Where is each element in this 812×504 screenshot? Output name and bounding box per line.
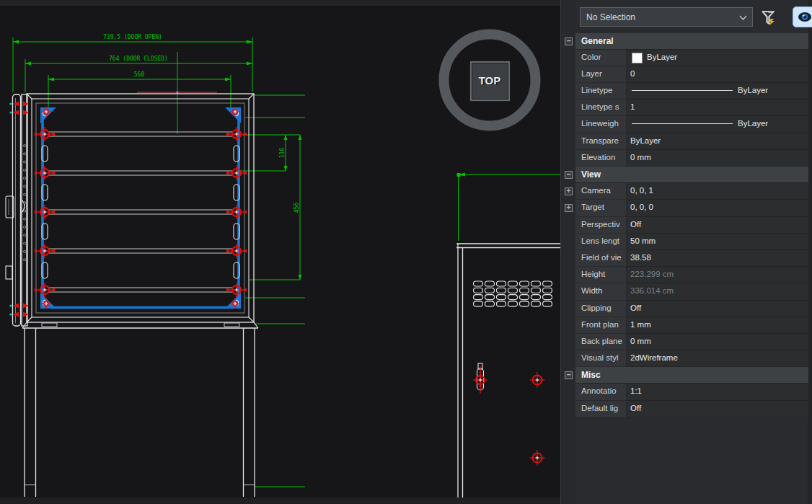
collapse-icon[interactable]: − <box>565 37 573 45</box>
door-side-profile <box>6 94 29 326</box>
dim-spacing-small: 116 <box>279 148 286 159</box>
property-label: Transpare <box>575 133 627 150</box>
property-value[interactable]: 1:1 <box>627 384 808 400</box>
property-label: Width <box>575 283 627 300</box>
property-value[interactable]: 2dWireframe <box>627 350 808 367</box>
lookfrom-widget[interactable]: TOP TOP <box>444 35 536 126</box>
dim-spacing-large: 456 <box>294 203 300 213</box>
fastener-targets <box>35 107 247 309</box>
expand-icon[interactable]: + <box>565 204 573 212</box>
section-title: Misc <box>581 370 601 380</box>
property-row-perspectiv[interactable]: PerspectivOff <box>575 217 808 234</box>
funnel-filter-icon <box>761 10 776 25</box>
property-row-front-plan[interactable]: Front plan1 mm <box>575 317 808 334</box>
red-centerline <box>137 91 217 93</box>
property-row-elevation[interactable]: Elevation0 mm <box>575 150 808 167</box>
property-row-width[interactable]: Width336.014 cm <box>575 283 808 300</box>
selection-dropdown-value: No Selection <box>586 12 635 22</box>
property-row-layer[interactable]: Layer0 <box>575 66 808 83</box>
canvas-top-strip <box>0 0 560 6</box>
section-title: General <box>581 36 614 46</box>
selection-dropdown[interactable]: No Selection <box>580 7 753 27</box>
canvas-bottom-strip <box>0 498 560 504</box>
dimension-lines: 739,5 (DOOR OPEN) 764 (DOOR CLOSED) 560 <box>13 34 305 487</box>
property-value[interactable]: ByLayer <box>627 50 808 66</box>
property-label: Camera <box>575 183 627 200</box>
property-row-linetype-s[interactable]: Linetype s1 <box>575 100 808 116</box>
chevron-down-icon <box>739 12 747 22</box>
property-value[interactable]: ByLayer <box>627 133 808 150</box>
magenta-node <box>176 91 178 93</box>
collapse-icon[interactable]: − <box>565 171 573 179</box>
property-label: Back plane <box>575 334 627 350</box>
properties-grid: −GeneralColorByLayerLayer0LinetypeByLaye… <box>575 33 808 417</box>
property-label: Front plan <box>575 317 627 334</box>
property-row-clipping[interactable]: ClippingOff <box>575 301 808 317</box>
top-view-label: TOP <box>479 74 501 87</box>
property-label: Field of vie <box>575 250 627 267</box>
property-value[interactable]: 0 mm <box>627 334 808 350</box>
property-label: Color <box>575 50 627 66</box>
dim-inner-width: 560 <box>134 71 145 78</box>
property-row-visual-styl[interactable]: Visual styl2dWireframe <box>575 350 808 367</box>
property-label: Layer <box>575 66 627 83</box>
section-title: View <box>581 169 601 180</box>
shelf-lines <box>48 132 232 292</box>
mounting-rails <box>40 107 241 309</box>
property-value[interactable]: ByLayer <box>627 83 808 100</box>
visibility-toggle-button[interactable] <box>793 6 812 27</box>
property-value[interactable]: Off <box>627 217 808 234</box>
section-header-view[interactable]: −View <box>575 167 808 183</box>
linetype-preview <box>632 123 733 125</box>
property-label: Default lig <box>575 401 627 417</box>
property-label: Annotatio <box>575 384 627 400</box>
property-row-height[interactable]: Height223.299 cm <box>575 267 808 283</box>
property-label: Linetype s <box>575 100 627 116</box>
property-row-annotatio[interactable]: Annotatio1:1 <box>575 384 808 400</box>
section-header-general[interactable]: −General <box>575 33 808 50</box>
property-row-field-of-vie[interactable]: Field of vie38.58 <box>575 250 808 267</box>
cabinet-top-view <box>456 173 560 498</box>
property-row-transpare[interactable]: TranspareByLayer <box>575 133 808 150</box>
collapse-icon[interactable]: − <box>565 371 573 379</box>
property-value[interactable]: 38.58 <box>627 250 808 267</box>
property-row-lens-lengt[interactable]: Lens lengt50 mm <box>575 234 808 250</box>
property-row-color[interactable]: ColorByLayer <box>575 50 808 66</box>
color-swatch <box>632 53 643 63</box>
property-label: Clipping <box>575 301 627 317</box>
expand-icon[interactable]: + <box>565 187 573 195</box>
property-value[interactable]: 0, 0, 1 <box>627 183 808 200</box>
dim-door-closed: 764 (DOOR CLOSED) <box>109 56 168 62</box>
property-value[interactable]: 50 mm <box>627 234 808 250</box>
vent-slots <box>474 281 552 306</box>
property-row-target[interactable]: +Target0, 0, 0 <box>575 200 808 216</box>
property-label: Linetype <box>575 83 627 100</box>
property-row-linetype[interactable]: LinetypeByLayer <box>575 83 808 100</box>
property-value[interactable]: 223.299 cm <box>627 267 808 283</box>
cabinet-front-view <box>22 94 258 497</box>
property-row-lineweigh[interactable]: LineweighByLayer <box>575 116 808 133</box>
property-value[interactable]: Off <box>627 401 808 417</box>
filter-button[interactable] <box>759 9 777 26</box>
rail-slots <box>42 146 239 278</box>
drawing-canvas[interactable]: 739,5 (DOOR OPEN) 764 (DOOR CLOSED) 560 <box>0 0 560 504</box>
property-value[interactable]: Off <box>627 301 808 317</box>
cad-application-window: 739,5 (DOOR OPEN) 764 (DOOR CLOSED) 560 <box>0 0 812 504</box>
property-value[interactable]: 1 <box>627 100 808 116</box>
property-label: Lens lengt <box>575 234 627 250</box>
property-value[interactable]: 1 mm <box>627 317 808 334</box>
section-header-misc[interactable]: −Misc <box>575 367 808 384</box>
property-value[interactable]: 336.014 cm <box>627 283 808 300</box>
property-value[interactable]: 0, 0, 0 <box>627 200 808 216</box>
property-row-camera[interactable]: +Camera0, 0, 1 <box>575 183 808 200</box>
property-label: Elevation <box>575 150 627 167</box>
eye-icon <box>798 12 812 22</box>
property-value[interactable]: ByLayer <box>627 116 808 133</box>
property-row-back-plane[interactable]: Back plane0 mm <box>575 334 808 350</box>
property-value[interactable]: 0 <box>627 66 808 83</box>
panel-gutter <box>561 0 575 504</box>
properties-panel: No Selection <box>560 0 812 504</box>
dim-door-open: 739,5 (DOOR OPEN) <box>103 34 162 40</box>
property-value[interactable]: 0 mm <box>627 150 808 167</box>
property-row-default-lig[interactable]: Default ligOff <box>575 401 808 417</box>
